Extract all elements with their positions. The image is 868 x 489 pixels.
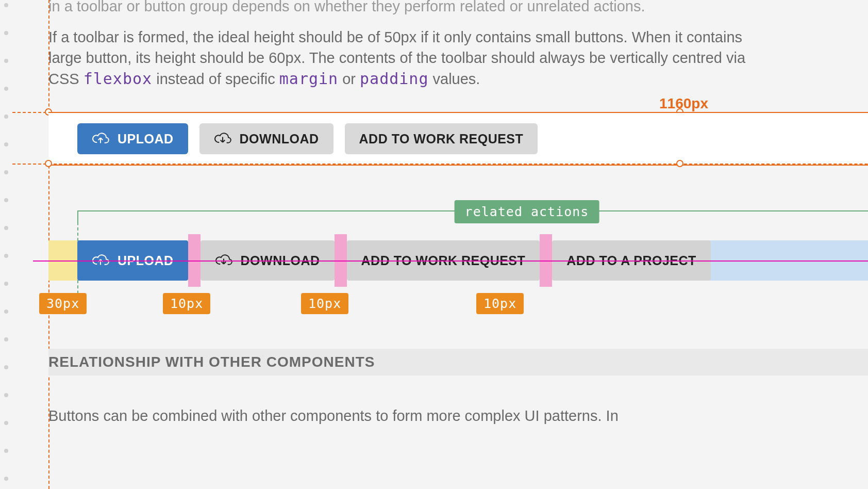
- intro-p2d: values.: [428, 71, 480, 87]
- gap-highlight: [540, 240, 552, 281]
- gap-highlight: [188, 240, 201, 281]
- gap-highlight: [335, 240, 347, 281]
- guide-bottom-dashed: [12, 164, 868, 165]
- intro-p2b: instead of specific: [152, 71, 279, 87]
- add-to-project-button[interactable]: ADD TO A PROJECT: [552, 240, 711, 281]
- code-flexbox: flexbox: [84, 70, 152, 88]
- add-work-request-button[interactable]: ADD TO WORK REQUEST: [345, 123, 538, 154]
- download-button[interactable]: DOWNLOAD: [201, 240, 335, 281]
- button-label: UPLOAD: [118, 253, 174, 268]
- toolbar-row: UPLOAD DOWNLOAD ADD TO WORK REQUEST: [77, 123, 538, 154]
- width-annotation: 1160px: [659, 95, 708, 112]
- section-heading-relationship: RELATIONSHIP WITH OTHER COMPONENTS: [48, 349, 868, 376]
- button-label: ADD TO WORK REQUEST: [359, 132, 524, 146]
- left-gap-highlight: [48, 240, 77, 281]
- cloud-up-icon: [92, 132, 109, 145]
- cloud-up-icon: [92, 254, 109, 267]
- upload-button[interactable]: UPLOAD: [77, 240, 188, 281]
- toolbar-demo-1: UPLOAD DOWNLOAD ADD TO WORK REQUEST: [48, 112, 868, 166]
- button-label: ADD TO A PROJECT: [566, 253, 696, 268]
- button-label: UPLOAD: [118, 132, 174, 146]
- related-actions-bracket: related actions: [77, 210, 868, 223]
- guide-handle: [45, 160, 52, 167]
- cloud-down-icon: [215, 254, 232, 267]
- code-padding: padding: [360, 70, 428, 88]
- button-label: DOWNLOAD: [241, 253, 320, 268]
- px-tag-gap3: 10px: [476, 293, 524, 314]
- toolbar-row: UPLOAD DOWNLOAD ADD TO WORK REQUEST ADD …: [77, 240, 711, 281]
- ruler-dots: [0, 0, 12, 489]
- px-tag-gap2: 10px: [301, 293, 348, 314]
- px-tag-left: 30px: [39, 293, 87, 314]
- cloud-down-icon: [214, 132, 231, 145]
- code-margin: margin: [279, 70, 338, 88]
- add-work-request-button[interactable]: ADD TO WORK REQUEST: [347, 240, 540, 281]
- upload-button[interactable]: UPLOAD: [77, 123, 188, 154]
- intro-paragraph-cut: in a toolbar or button group depends on …: [48, 0, 755, 17]
- download-button[interactable]: DOWNLOAD: [199, 123, 333, 154]
- button-label: ADD TO WORK REQUEST: [361, 253, 526, 268]
- button-label: DOWNLOAD: [240, 132, 319, 146]
- intro-p2c: or: [338, 71, 360, 87]
- outro-paragraph-cut: Buttons can be combined with other compo…: [48, 405, 755, 426]
- px-tag-gap1: 10px: [163, 293, 210, 314]
- intro-paragraph-2: If a toolbar is formed, the ideal height…: [48, 27, 755, 89]
- guide-handle: [676, 160, 683, 167]
- related-actions-label: related actions: [455, 200, 599, 223]
- section-heading-text: RELATIONSHIP WITH OTHER COMPONENTS: [48, 354, 375, 370]
- toolbar-demo-2: UPLOAD DOWNLOAD ADD TO WORK REQUEST ADD …: [48, 240, 868, 281]
